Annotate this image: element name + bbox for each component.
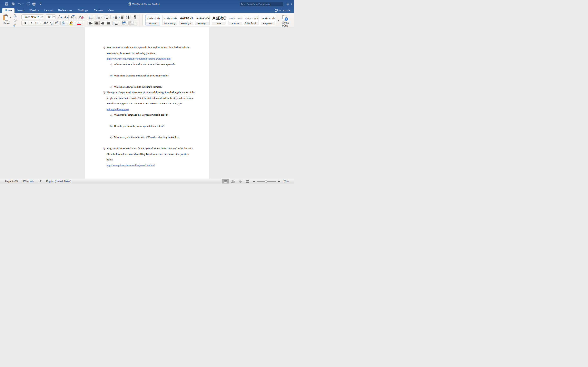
svg-text:3: 3 <box>96 18 97 19</box>
svg-text:i: i <box>105 18 105 19</box>
svg-text:A: A <box>126 15 127 17</box>
svg-text:1: 1 <box>96 15 97 17</box>
svg-text:W: W <box>129 3 130 4</box>
svg-text:Z: Z <box>126 17 127 19</box>
